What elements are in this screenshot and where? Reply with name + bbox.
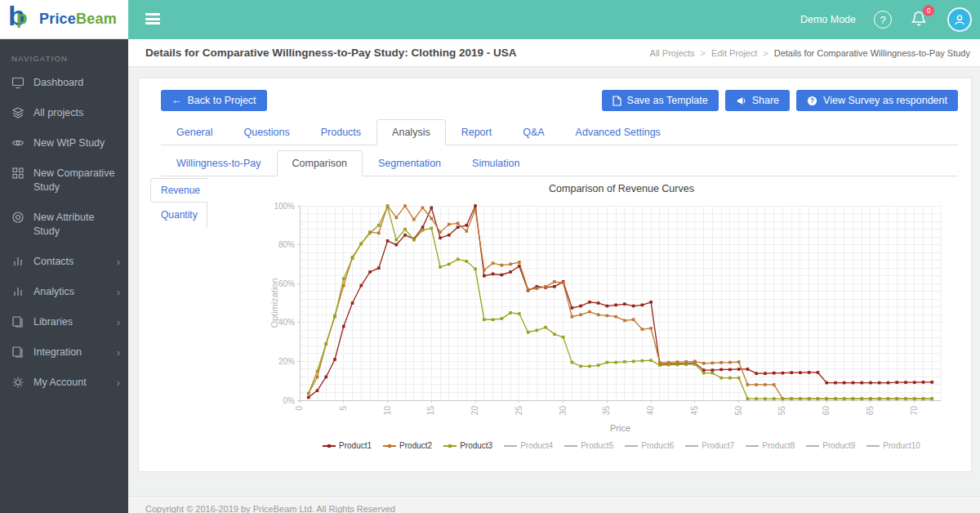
sidebar-item-label: Libraries <box>33 315 114 329</box>
breadcrumb-item: Details for Comparative Willingness-to-P… <box>774 48 970 58</box>
sidebar-item-label: New Attribute Study <box>33 211 120 239</box>
copyright-text: Copyright © 2016-2019 by PriceBeam Ltd. … <box>145 504 395 513</box>
legend-label: Product4 <box>520 441 553 450</box>
sidebar-item-my-account[interactable]: My Account› <box>0 368 128 398</box>
chart-view-tabs: RevenueQuantity <box>150 178 207 227</box>
dashboard-icon <box>11 76 24 89</box>
sidebar-item-label: New WtP Study <box>33 136 120 150</box>
menu-toggle-icon[interactable] <box>145 13 160 25</box>
subtab-segmentation[interactable]: Segmentation <box>363 150 457 176</box>
legend-label: Product7 <box>702 441 734 450</box>
series-line-product1 <box>309 206 932 397</box>
breadcrumb-separator: > <box>701 48 706 58</box>
subtab-simulation[interactable]: Simulation <box>457 150 535 176</box>
legend-label: Product10 <box>883 441 920 450</box>
sidebar-item-analytics[interactable]: Analytics› <box>0 277 128 307</box>
svg-text:40: 40 <box>646 406 655 416</box>
tab-questions[interactable]: Questions <box>228 119 305 145</box>
legend-label: Product5 <box>581 441 613 450</box>
breadcrumb-item[interactable]: Edit Project <box>711 48 757 58</box>
user-avatar[interactable] <box>947 7 972 32</box>
svg-text:5: 5 <box>339 406 348 411</box>
legend-item-product4[interactable]: Product4 <box>504 441 553 450</box>
tab-analysis[interactable]: Analysis <box>376 119 446 145</box>
tab-q-a[interactable]: Q&A <box>507 119 559 145</box>
legend-item-product8[interactable]: Product8 <box>746 441 795 450</box>
notifications-button[interactable]: 0 <box>910 9 929 30</box>
viewtab-revenue[interactable]: Revenue <box>150 178 208 203</box>
sidebar-item-all-projects[interactable]: All projects <box>0 98 128 128</box>
legend-item-product3[interactable]: Product3 <box>443 441 492 450</box>
breadcrumb-item[interactable]: All Projects <box>650 48 695 58</box>
svg-text:Price: Price <box>610 423 630 433</box>
sidebar-item-dashboard[interactable]: Dashboard <box>0 68 128 98</box>
tab-report[interactable]: Report <box>446 119 508 145</box>
svg-text:60: 60 <box>822 406 831 416</box>
svg-text:55: 55 <box>777 406 786 416</box>
tab-products[interactable]: Products <box>305 119 376 145</box>
chart-legend: Product1Product2Product3Product4Product5… <box>270 441 949 450</box>
save-as-template-button[interactable]: Save as Template <box>602 90 719 111</box>
legend-item-product10[interactable]: Product10 <box>866 441 920 450</box>
legend-swatch <box>866 445 880 447</box>
tab-advanced-settings[interactable]: Advanced Settings <box>560 119 676 145</box>
svg-text:60%: 60% <box>278 279 295 288</box>
svg-text:0%: 0% <box>283 396 296 405</box>
legend-swatch <box>625 445 638 447</box>
svg-text:40%: 40% <box>278 318 295 327</box>
sidebar-item-label: Dashboard <box>33 76 120 90</box>
legend-item-product9[interactable]: Product9 <box>806 441 855 450</box>
sidebar-item-new-wtp-study[interactable]: New WtP Study <box>0 128 128 158</box>
breadcrumb: All Projects>Edit Project>Details for Co… <box>650 48 970 58</box>
help-icon[interactable]: ? <box>874 11 892 29</box>
legend-item-product6[interactable]: Product6 <box>625 441 674 450</box>
legend-swatch <box>504 445 517 447</box>
app-logo[interactable]: bp PriceBeam <box>0 0 128 39</box>
sidebar-item-label: New Comparative Study <box>33 167 120 194</box>
chart-canvas: 0%20%40%60%80%100%0510152025303540455055… <box>270 196 949 435</box>
legend-label: Product6 <box>641 441 674 450</box>
series-line-product3 <box>309 207 932 399</box>
svg-text:35: 35 <box>602 406 611 416</box>
sidebar-item-integration[interactable]: Integration› <box>0 337 128 368</box>
revenue-comparison-chart: 0%20%40%60%80%100%0510152025303540455055… <box>270 196 949 438</box>
legend-item-product5[interactable]: Product5 <box>564 441 613 450</box>
sidebar-item-contacts[interactable]: Contacts› <box>0 247 128 277</box>
legend-swatch <box>806 445 819 447</box>
analysis-tab-bar: Willingness-to-PayComparisonSegmentation… <box>161 150 958 176</box>
svg-text:Optimization: Optimization <box>270 278 279 328</box>
sidebar-item-libraries[interactable]: Libraries› <box>0 307 128 337</box>
share-button[interactable]: Share <box>725 90 790 111</box>
legend-label: Product1 <box>339 441 372 450</box>
tab-general[interactable]: General <box>161 119 228 145</box>
viewtab-quantity[interactable]: Quantity <box>150 203 207 227</box>
question-circle-icon: ? <box>807 96 817 106</box>
page-title: Details for Comparative Willingness-to-P… <box>145 47 516 59</box>
sidebar-item-new-comparative-study[interactable]: New Comparative Study <box>0 158 128 203</box>
page-footer: Copyright © 2016-2019 by PriceBeam Ltd. … <box>128 496 980 513</box>
legend-item-product1[interactable]: Product1 <box>323 441 372 450</box>
legend-item-product2[interactable]: Product2 <box>383 441 432 450</box>
nav-section-label: NAVIGATION <box>0 54 128 68</box>
subtab-willingness-to-pay[interactable]: Willingness-to-Pay <box>161 150 277 176</box>
svg-text:70: 70 <box>910 406 919 416</box>
copy-icon <box>11 346 24 359</box>
legend-swatch <box>323 445 336 447</box>
svg-text:20%: 20% <box>278 357 295 366</box>
svg-text:50: 50 <box>734 406 743 416</box>
view-survey-button[interactable]: ? View Survey as respondent <box>796 90 958 111</box>
svg-text:65: 65 <box>866 406 875 416</box>
chevron-right-icon: › <box>117 346 120 359</box>
sidebar-item-new-attribute-study[interactable]: New Attribute Study <box>0 203 128 247</box>
gear-icon <box>11 376 24 389</box>
legend-swatch <box>564 445 577 447</box>
legend-item-product7[interactable]: Product7 <box>685 441 734 450</box>
back-to-project-button[interactable]: ← Back to Project <box>161 90 267 111</box>
study-detail-card: ← Back to Project Save as Template Share <box>138 78 972 472</box>
subtab-comparison[interactable]: Comparison <box>277 150 363 176</box>
sidebar-item-label: Integration <box>33 346 114 359</box>
megaphone-icon <box>736 96 746 106</box>
series-line-product2 <box>309 206 932 399</box>
svg-text:100%: 100% <box>274 202 295 211</box>
chart-area: Comparison of Revenue Curves 0%20%40%60%… <box>270 183 949 450</box>
